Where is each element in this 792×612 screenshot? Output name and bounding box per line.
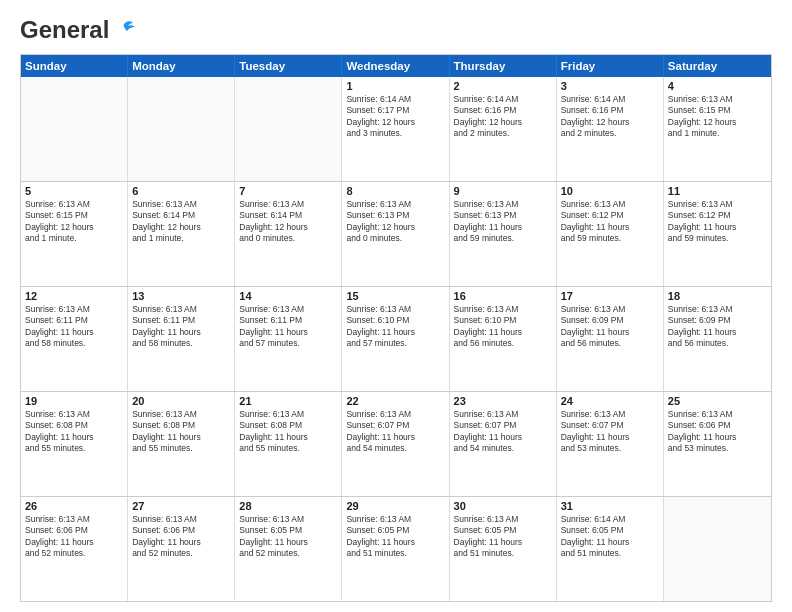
calendar-cell: 25Sunrise: 6:13 AM Sunset: 6:06 PM Dayli…	[664, 392, 771, 496]
calendar-cell: 6Sunrise: 6:13 AM Sunset: 6:14 PM Daylig…	[128, 182, 235, 286]
calendar-row: 12Sunrise: 6:13 AM Sunset: 6:11 PM Dayli…	[21, 286, 771, 391]
calendar-row: 1Sunrise: 6:14 AM Sunset: 6:17 PM Daylig…	[21, 77, 771, 181]
calendar-cell: 29Sunrise: 6:13 AM Sunset: 6:05 PM Dayli…	[342, 497, 449, 601]
day-number: 23	[454, 395, 552, 407]
calendar-cell: 31Sunrise: 6:14 AM Sunset: 6:05 PM Dayli…	[557, 497, 664, 601]
cell-info: Sunrise: 6:14 AM Sunset: 6:05 PM Dayligh…	[561, 514, 659, 560]
day-number: 15	[346, 290, 444, 302]
calendar-body: 1Sunrise: 6:14 AM Sunset: 6:17 PM Daylig…	[21, 77, 771, 601]
day-number: 17	[561, 290, 659, 302]
calendar-cell: 9Sunrise: 6:13 AM Sunset: 6:13 PM Daylig…	[450, 182, 557, 286]
cell-info: Sunrise: 6:13 AM Sunset: 6:15 PM Dayligh…	[25, 199, 123, 245]
day-number: 25	[668, 395, 767, 407]
weekday-header: Tuesday	[235, 55, 342, 77]
cell-info: Sunrise: 6:13 AM Sunset: 6:08 PM Dayligh…	[25, 409, 123, 455]
day-number: 4	[668, 80, 767, 92]
day-number: 30	[454, 500, 552, 512]
cell-info: Sunrise: 6:13 AM Sunset: 6:07 PM Dayligh…	[346, 409, 444, 455]
cell-info: Sunrise: 6:13 AM Sunset: 6:10 PM Dayligh…	[454, 304, 552, 350]
calendar-cell: 21Sunrise: 6:13 AM Sunset: 6:08 PM Dayli…	[235, 392, 342, 496]
cell-info: Sunrise: 6:13 AM Sunset: 6:10 PM Dayligh…	[346, 304, 444, 350]
calendar-cell: 2Sunrise: 6:14 AM Sunset: 6:16 PM Daylig…	[450, 77, 557, 181]
cell-info: Sunrise: 6:13 AM Sunset: 6:15 PM Dayligh…	[668, 94, 767, 140]
day-number: 28	[239, 500, 337, 512]
day-number: 18	[668, 290, 767, 302]
weekday-header: Monday	[128, 55, 235, 77]
cell-info: Sunrise: 6:13 AM Sunset: 6:09 PM Dayligh…	[668, 304, 767, 350]
cell-info: Sunrise: 6:13 AM Sunset: 6:05 PM Dayligh…	[454, 514, 552, 560]
day-number: 2	[454, 80, 552, 92]
day-number: 7	[239, 185, 337, 197]
cell-info: Sunrise: 6:13 AM Sunset: 6:09 PM Dayligh…	[561, 304, 659, 350]
day-number: 1	[346, 80, 444, 92]
cell-info: Sunrise: 6:13 AM Sunset: 6:13 PM Dayligh…	[346, 199, 444, 245]
calendar-cell: 14Sunrise: 6:13 AM Sunset: 6:11 PM Dayli…	[235, 287, 342, 391]
calendar-cell: 19Sunrise: 6:13 AM Sunset: 6:08 PM Dayli…	[21, 392, 128, 496]
calendar-header: SundayMondayTuesdayWednesdayThursdayFrid…	[21, 55, 771, 77]
cell-info: Sunrise: 6:13 AM Sunset: 6:08 PM Dayligh…	[132, 409, 230, 455]
cell-info: Sunrise: 6:13 AM Sunset: 6:14 PM Dayligh…	[239, 199, 337, 245]
cell-info: Sunrise: 6:13 AM Sunset: 6:12 PM Dayligh…	[668, 199, 767, 245]
calendar-cell: 23Sunrise: 6:13 AM Sunset: 6:07 PM Dayli…	[450, 392, 557, 496]
cell-info: Sunrise: 6:13 AM Sunset: 6:07 PM Dayligh…	[561, 409, 659, 455]
calendar-cell: 1Sunrise: 6:14 AM Sunset: 6:17 PM Daylig…	[342, 77, 449, 181]
weekday-header: Wednesday	[342, 55, 449, 77]
calendar-cell: 28Sunrise: 6:13 AM Sunset: 6:05 PM Dayli…	[235, 497, 342, 601]
calendar-cell: 27Sunrise: 6:13 AM Sunset: 6:06 PM Dayli…	[128, 497, 235, 601]
day-number: 21	[239, 395, 337, 407]
calendar-cell: 20Sunrise: 6:13 AM Sunset: 6:08 PM Dayli…	[128, 392, 235, 496]
day-number: 12	[25, 290, 123, 302]
calendar-cell: 17Sunrise: 6:13 AM Sunset: 6:09 PM Dayli…	[557, 287, 664, 391]
weekday-header: Saturday	[664, 55, 771, 77]
calendar-cell: 26Sunrise: 6:13 AM Sunset: 6:06 PM Dayli…	[21, 497, 128, 601]
day-number: 9	[454, 185, 552, 197]
calendar-cell: 3Sunrise: 6:14 AM Sunset: 6:16 PM Daylig…	[557, 77, 664, 181]
day-number: 26	[25, 500, 123, 512]
cell-info: Sunrise: 6:13 AM Sunset: 6:12 PM Dayligh…	[561, 199, 659, 245]
cell-info: Sunrise: 6:14 AM Sunset: 6:16 PM Dayligh…	[454, 94, 552, 140]
calendar-cell: 7Sunrise: 6:13 AM Sunset: 6:14 PM Daylig…	[235, 182, 342, 286]
weekday-header: Friday	[557, 55, 664, 77]
calendar-cell: 13Sunrise: 6:13 AM Sunset: 6:11 PM Dayli…	[128, 287, 235, 391]
day-number: 27	[132, 500, 230, 512]
calendar-cell	[128, 77, 235, 181]
day-number: 16	[454, 290, 552, 302]
calendar-cell	[21, 77, 128, 181]
page: General SundayMondayTuesdayWednesdayThur…	[0, 0, 792, 612]
calendar-cell: 10Sunrise: 6:13 AM Sunset: 6:12 PM Dayli…	[557, 182, 664, 286]
cell-info: Sunrise: 6:13 AM Sunset: 6:11 PM Dayligh…	[239, 304, 337, 350]
day-number: 11	[668, 185, 767, 197]
calendar-cell: 12Sunrise: 6:13 AM Sunset: 6:11 PM Dayli…	[21, 287, 128, 391]
cell-info: Sunrise: 6:13 AM Sunset: 6:06 PM Dayligh…	[668, 409, 767, 455]
day-number: 8	[346, 185, 444, 197]
cell-info: Sunrise: 6:13 AM Sunset: 6:06 PM Dayligh…	[132, 514, 230, 560]
day-number: 22	[346, 395, 444, 407]
day-number: 3	[561, 80, 659, 92]
header: General	[20, 16, 772, 44]
day-number: 6	[132, 185, 230, 197]
cell-info: Sunrise: 6:14 AM Sunset: 6:17 PM Dayligh…	[346, 94, 444, 140]
calendar-row: 26Sunrise: 6:13 AM Sunset: 6:06 PM Dayli…	[21, 496, 771, 601]
day-number: 13	[132, 290, 230, 302]
day-number: 20	[132, 395, 230, 407]
calendar-cell	[664, 497, 771, 601]
calendar-cell: 11Sunrise: 6:13 AM Sunset: 6:12 PM Dayli…	[664, 182, 771, 286]
logo-bird-icon	[113, 20, 135, 40]
calendar-cell: 4Sunrise: 6:13 AM Sunset: 6:15 PM Daylig…	[664, 77, 771, 181]
calendar-cell: 30Sunrise: 6:13 AM Sunset: 6:05 PM Dayli…	[450, 497, 557, 601]
logo-general-text: General	[20, 16, 109, 44]
cell-info: Sunrise: 6:13 AM Sunset: 6:11 PM Dayligh…	[132, 304, 230, 350]
cell-info: Sunrise: 6:13 AM Sunset: 6:07 PM Dayligh…	[454, 409, 552, 455]
cell-info: Sunrise: 6:13 AM Sunset: 6:11 PM Dayligh…	[25, 304, 123, 350]
weekday-header: Sunday	[21, 55, 128, 77]
calendar-cell: 5Sunrise: 6:13 AM Sunset: 6:15 PM Daylig…	[21, 182, 128, 286]
calendar-cell: 16Sunrise: 6:13 AM Sunset: 6:10 PM Dayli…	[450, 287, 557, 391]
day-number: 5	[25, 185, 123, 197]
cell-info: Sunrise: 6:13 AM Sunset: 6:06 PM Dayligh…	[25, 514, 123, 560]
logo: General	[20, 16, 135, 44]
day-number: 31	[561, 500, 659, 512]
day-number: 24	[561, 395, 659, 407]
cell-info: Sunrise: 6:13 AM Sunset: 6:08 PM Dayligh…	[239, 409, 337, 455]
calendar-cell: 15Sunrise: 6:13 AM Sunset: 6:10 PM Dayli…	[342, 287, 449, 391]
calendar-cell: 22Sunrise: 6:13 AM Sunset: 6:07 PM Dayli…	[342, 392, 449, 496]
